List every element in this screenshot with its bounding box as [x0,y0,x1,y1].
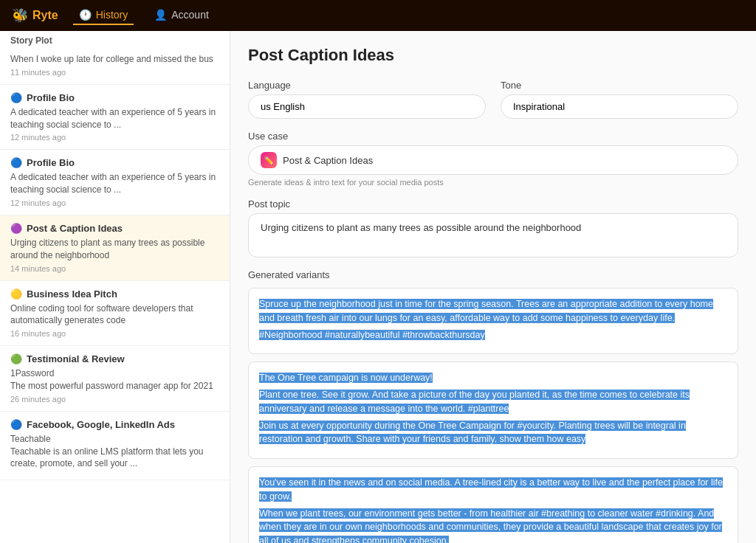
post-topic-section: Post topic Urging citizens to plant as m… [248,198,738,257]
sidebar-item-testimonial[interactable]: 🟢 Testimonial & Review 1PasswordThe most… [0,346,230,412]
tab-account-label: Account [171,9,209,21]
variants-section: Generated variants Spruce up the neighbo… [248,269,738,543]
testimonial-type: Testimonial & Review [27,353,125,364]
sidebar-item-testimonial-text: 1PasswordThe most powerful password mana… [10,367,219,392]
profile-bio-1-type: Profile Bio [27,92,75,103]
post-topic-label: Post topic [248,198,738,210]
sidebar-item-profile-bio-2-time: 12 minutes ago [10,198,219,207]
tone-input[interactable] [501,94,738,119]
sidebar-item-post-caption-time: 14 minutes ago [10,264,219,273]
sidebar-item-testimonial-time: 26 minutes ago [10,395,219,404]
tone-label: Tone [501,80,738,91]
sidebar-item-post-caption-header: 🟣 Post & Caption Ideas [10,223,219,234]
business-pitch-icon: 🟡 [10,288,22,300]
variant-1-p1: Spruce up the neighborhood just in time … [259,297,727,325]
post-caption-icon: 🟣 [10,223,22,234]
sidebar-item-profile-bio-1-time: 12 minutes ago [10,133,219,142]
use-case-value: Post & Caption Ideas [283,155,373,166]
sidebar-item-post-caption[interactable]: 🟣 Post & Caption Ideas Urging citizens t… [0,215,230,281]
sidebar: Story Plot When I woke up late for colle… [0,31,230,543]
sidebar-item-profile-bio-1-header: 🔵 Profile Bio [10,92,219,103]
variant-card-3[interactable]: You've seen it in the news and on social… [248,466,738,543]
sidebar-item-profile-bio-1-text: A dedicated teacher with an experience o… [10,106,219,131]
tab-history-label: History [96,9,128,21]
logo-text: Ryte [32,9,58,22]
language-input[interactable] [248,94,486,119]
sidebar-item-business-header: 🟡 Business Idea Pitch [10,288,219,300]
variant-2-p1: The One Tree campaign is now underway! [259,371,727,385]
sidebar-item-business-pitch-time: 16 minutes ago [10,329,219,338]
variant-3-p1: You've seen it in the news and on social… [259,476,727,504]
profile-bio-2-type: Profile Bio [27,157,75,168]
sidebar-item-profile-bio-2[interactable]: 🔵 Profile Bio A dedicated teacher with a… [0,150,230,215]
variant-1-p2: #Neighborhood #naturallybeautiful #throw… [259,328,727,342]
sidebar-item-profile-bio-1[interactable]: 🔵 Profile Bio A dedicated teacher with a… [0,85,230,151]
fb-ads-icon: 🔵 [10,419,22,430]
history-icon: 🕐 [79,9,92,21]
profile-bio-icon-1: 🔵 [10,92,22,103]
use-case-section: Use case ✏️ Post & Caption Ideas Generat… [248,131,738,187]
story-plot-section-header: Story Plot [0,31,230,46]
page-title: Post Caption Ideas [248,46,738,65]
main-content: Post Caption Ideas Language Tone Use cas… [230,31,756,543]
language-tone-row: Language Tone [248,80,738,119]
sidebar-item-business-pitch-text: Online coding tool for software develope… [10,302,219,328]
use-case-label: Use case [248,131,738,142]
sidebar-item-fb-ads-header: 🔵 Facebook, Google, LinkedIn Ads [10,419,219,430]
language-group: Language [248,80,486,119]
sidebar-item-business-pitch[interactable]: 🟡 Business Idea Pitch Online coding tool… [0,281,230,347]
sidebar-item-testimonial-header: 🟢 Testimonial & Review [10,353,219,364]
post-topic-input[interactable]: Urging citizens to plant as many trees a… [248,213,738,257]
logo-icon: 🐝 [12,7,28,24]
use-case-hint: Generate ideas & intro text for your soc… [248,178,738,187]
top-navigation: 🐝 Ryte 🕐 History 👤 Account [0,0,756,31]
main-layout: Story Plot When I woke up late for colle… [0,31,756,543]
language-label: Language [248,80,486,91]
variant-card-1[interactable]: Spruce up the neighborhood just in time … [248,288,738,354]
sidebar-item-profile-bio-2-text: A dedicated teacher with an experience o… [10,171,219,196]
testimonial-icon: 🟢 [10,353,22,364]
use-case-pill[interactable]: ✏️ Post & Caption Ideas [248,145,738,175]
sidebar-item-story-plot[interactable]: When I woke up late for college and miss… [0,46,230,85]
use-case-pill-icon: ✏️ [261,152,277,168]
variant-2-p3: Join us at every opportunity during the … [259,419,727,447]
tone-group: Tone [501,80,738,119]
tab-history[interactable]: 🕐 History [73,6,134,25]
business-pitch-type: Business Idea Pitch [27,288,117,300]
account-icon: 👤 [154,9,167,21]
story-plot-label: Story Plot [10,35,52,46]
sidebar-item-fb-ads-text: TeachableTeachable is an online LMS plat… [10,433,219,470]
sidebar-item-story-plot-time: 11 minutes ago [10,68,219,77]
post-caption-type: Post & Caption Ideas [27,223,123,234]
sidebar-item-fb-ads[interactable]: 🔵 Facebook, Google, LinkedIn Ads Teachab… [0,412,230,480]
variant-2-p2: Plant one tree. See it grow. And take a … [259,388,727,416]
variant-3-p2: When we plant trees, our environment get… [259,507,727,544]
sidebar-item-profile-bio-2-header: 🔵 Profile Bio [10,157,219,168]
profile-bio-icon-2: 🔵 [10,157,22,168]
fb-ads-type: Facebook, Google, LinkedIn Ads [27,419,175,430]
variant-card-2[interactable]: The One Tree campaign is now underway! P… [248,362,738,459]
tab-account[interactable]: 👤 Account [148,6,215,25]
logo[interactable]: 🐝 Ryte [12,7,58,24]
sidebar-item-story-plot-text: When I woke up late for college and miss… [10,53,219,66]
sidebar-item-post-caption-text: Urging citizens to plant as many trees a… [10,237,219,262]
variants-label: Generated variants [248,269,738,280]
